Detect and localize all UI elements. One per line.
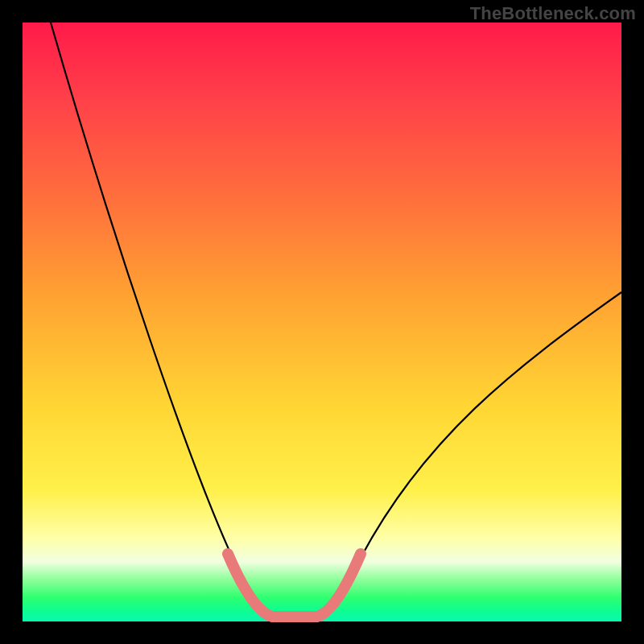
chart-frame: TheBottleneck.com <box>0 0 644 644</box>
chart-svg <box>23 23 621 621</box>
watermark-text: TheBottleneck.com <box>470 3 636 24</box>
curve-line <box>51 23 621 617</box>
plot-area <box>23 23 621 621</box>
highlight-segment <box>228 554 361 617</box>
